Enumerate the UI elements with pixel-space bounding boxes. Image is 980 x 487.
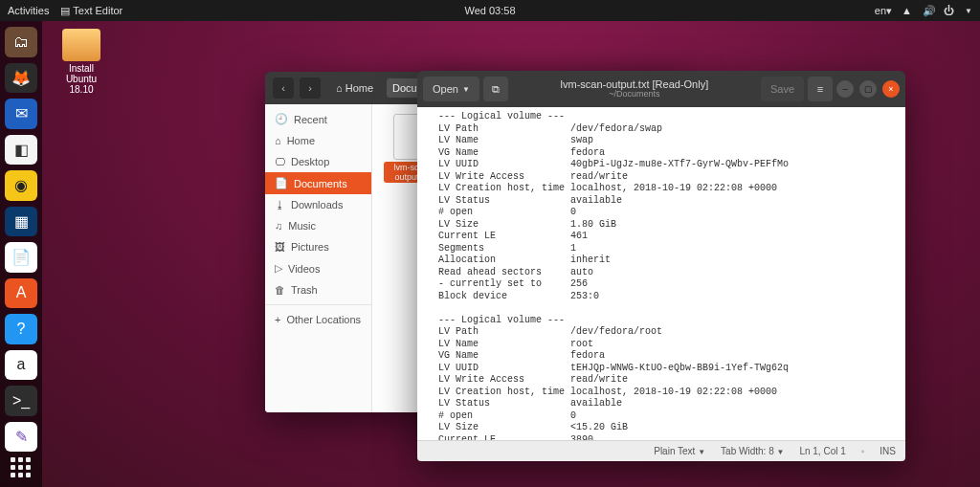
dock-rhythmbox[interactable]: ◉	[5, 170, 37, 201]
top-panel: Activities ▤ Text Editor Wed 03:58 en▾ ▲…	[0, 0, 980, 21]
sidebar-recent[interactable]: 🕘Recent	[265, 108, 371, 130]
forward-button[interactable]: ›	[300, 77, 321, 99]
text-editor-window: Open ▼ ⧉ lvm-scan-output.txt [Read-Only]…	[417, 71, 905, 461]
close-button[interactable]: ×	[882, 80, 900, 98]
pictures-icon: 🖼	[275, 241, 285, 253]
desktop-icon: 🖵	[275, 156, 285, 167]
status-bar: Plain Text ▼ Tab Width: 8 ▼ Ln 1, Col 1 …	[417, 440, 905, 461]
sidebar-separator	[265, 304, 371, 305]
downloads-icon: ⭳	[275, 199, 285, 210]
chevron-down-icon: ▼	[462, 85, 470, 94]
back-button[interactable]: ‹	[273, 77, 294, 99]
minimize-button[interactable]: –	[836, 80, 854, 98]
maximize-button[interactable]: ▢	[859, 80, 877, 98]
files-sidebar: 🕘Recent ⌂Home 🖵Desktop 📄Documents ⭳Downl…	[265, 104, 372, 412]
text-view[interactable]: --- Logical volume --- LV Path /dev/fedo…	[417, 107, 905, 440]
save-button[interactable]: Save	[761, 77, 804, 101]
trash-icon: 🗑	[275, 284, 285, 296]
home-icon: ⌂	[275, 135, 281, 146]
sidebar-home[interactable]: ⌂Home	[265, 130, 371, 151]
path-home[interactable]: ⌂ Home	[330, 78, 379, 98]
plus-icon: +	[275, 314, 280, 325]
videos-icon: ▷	[275, 262, 282, 275]
open-button[interactable]: Open ▼	[423, 77, 479, 101]
dock-editor[interactable]: ✎	[5, 422, 37, 453]
insert-mode[interactable]: INS	[880, 446, 896, 456]
gedit-headerbar: Open ▼ ⧉ lvm-scan-output.txt [Read-Only]…	[417, 71, 905, 107]
tab-width-selector[interactable]: Tab Width: 8 ▼	[721, 446, 784, 456]
dock-thunderbird[interactable]: ✉	[5, 99, 37, 129]
recent-icon: 🕘	[275, 113, 288, 125]
dock-writer[interactable]: 📄	[5, 242, 37, 273]
app-menu[interactable]: ▤ Text Editor	[60, 5, 122, 17]
installer-icon	[62, 29, 100, 61]
power-icon: ⏻	[944, 5, 955, 16]
dock-files[interactable]: 🗂	[5, 27, 37, 57]
dock-app4[interactable]: ◧	[5, 135, 37, 166]
sidebar-other-locations[interactable]: +Other Locations	[265, 309, 371, 330]
network-icon: ▲	[902, 5, 913, 16]
dock-firefox[interactable]: 🦊	[5, 63, 37, 94]
system-tray[interactable]: en▾ ▲ 🔊 ⏻ ▼	[875, 5, 972, 17]
dock-app6[interactable]: ▦	[5, 207, 37, 237]
volume-icon: 🔊	[923, 5, 934, 16]
documents-icon: 📄	[275, 177, 288, 189]
dock-amazon[interactable]: a	[5, 350, 37, 381]
show-applications-button[interactable]	[11, 457, 32, 477]
sidebar-documents[interactable]: 📄Documents	[265, 172, 371, 194]
cursor-position: Ln 1, Col 1	[799, 446, 845, 456]
dock-terminal[interactable]: >_	[5, 386, 37, 416]
sidebar-trash[interactable]: 🗑Trash	[265, 279, 371, 300]
sidebar-pictures[interactable]: 🖼Pictures	[265, 236, 371, 257]
dock: 🗂 🦊 ✉ ◧ ◉ ▦ 📄 A ? a >_ ✎	[0, 21, 42, 487]
new-tab-button[interactable]: ⧉	[483, 77, 508, 101]
chevron-down-icon: ▼	[965, 7, 972, 15]
activities-button[interactable]: Activities	[8, 5, 49, 17]
hamburger-button[interactable]: ≡	[808, 77, 833, 101]
desktop-icon-label: Install Ubuntu 18.10	[54, 63, 109, 95]
input-source[interactable]: en▾	[875, 5, 892, 17]
syntax-selector[interactable]: Plain Text ▼	[654, 446, 705, 456]
dock-software[interactable]: A	[5, 278, 37, 309]
dock-help[interactable]: ?	[5, 314, 37, 344]
sidebar-music[interactable]: ♫Music	[265, 215, 371, 236]
desktop-icon-install-ubuntu[interactable]: Install Ubuntu 18.10	[54, 29, 109, 95]
music-icon: ♫	[275, 220, 282, 232]
window-title: lvm-scan-output.txt [Read-Only] ~/Docume…	[512, 78, 757, 100]
sidebar-desktop[interactable]: 🖵Desktop	[265, 151, 371, 172]
sidebar-downloads[interactable]: ⭳Downloads	[265, 194, 371, 215]
sidebar-videos[interactable]: ▷Videos	[265, 257, 371, 279]
clock[interactable]: Wed 03:58	[464, 5, 515, 16]
